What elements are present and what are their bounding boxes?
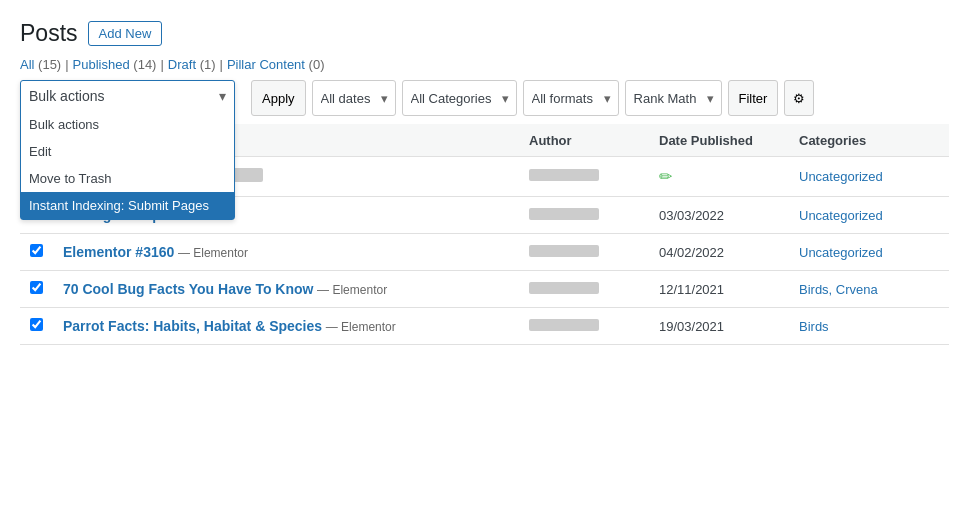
formats-filter-wrapper: All formats [523,80,619,116]
category-link[interactable]: Uncategorized [799,169,883,184]
sep3: | [220,57,223,72]
dates-select[interactable]: All dates [312,80,396,116]
row-date-cell: ✏ [649,157,789,197]
row-title-cell: Elementor #3160 — Elementor [53,234,519,271]
row-checkbox[interactable] [30,244,43,257]
dropdown-item-bulk[interactable]: Bulk actions [21,111,234,138]
post-subtitle: — Elementor [317,283,387,297]
row-categories-cell: Uncategorized [789,234,949,271]
post-status-filters: All (15) | Published (14) | Draft (1) | … [20,57,949,72]
post-subtitle: — Elementor [326,320,396,334]
filter-published-link[interactable]: Published [73,57,130,72]
filter-pillar[interactable]: Pillar Content (0) [227,57,325,72]
author-blurred [529,319,599,331]
row-author-cell [519,308,649,345]
post-title-link[interactable]: Elementor #3160 [63,244,174,260]
add-new-button[interactable]: Add New [88,21,163,46]
dropdown-item-instant-indexing[interactable]: Instant Indexing: Submit Pages [21,192,234,219]
col-date: Date Published [649,124,789,157]
category-link[interactable]: Uncategorized [799,245,883,260]
gear-button[interactable]: ⚙ [784,80,814,116]
post-subtitle: — Elementor [178,246,248,260]
row-categories-cell: Uncategorized [789,197,949,234]
row-checkbox[interactable] [30,318,43,331]
table-row: Elementor #3160 — Elementor 04/02/2022 U… [20,234,949,271]
edit-pencil-icon: ✏ [659,168,672,185]
draft-count: (1) [200,57,216,72]
row-date-cell: 04/02/2022 [649,234,789,271]
col-author: Author [519,124,649,157]
dropdown-item-edit[interactable]: Edit [21,138,234,165]
rank-math-select[interactable]: Rank Math [625,80,722,116]
filter-button[interactable]: Filter [728,80,779,116]
filter-all[interactable]: All (15) [20,57,61,72]
row-date-cell: 12/11/2021 [649,271,789,308]
row-checkbox[interactable] [30,281,43,294]
categories-filter-wrapper: All Categories [402,80,517,116]
formats-select[interactable]: All formats [523,80,619,116]
published-count: (14) [133,57,156,72]
dates-filter-wrapper: All dates [312,80,396,116]
row-title-cell: Parrot Facts: Habits, Habitat & Species … [53,308,519,345]
row-checkbox-cell [20,234,53,271]
row-date-cell: 19/03/2021 [649,308,789,345]
row-date-cell: 03/03/2022 [649,197,789,234]
post-title-link[interactable]: Parrot Facts: Habits, Habitat & Species [63,318,322,334]
category-link[interactable]: Birds [799,319,829,334]
category-link[interactable]: Birds, Crvena [799,282,878,297]
author-blurred [529,282,599,294]
category-link[interactable]: Uncategorized [799,208,883,223]
filter-draft-link[interactable]: Draft [168,57,196,72]
row-author-cell [519,197,649,234]
apply-button[interactable]: Apply [251,80,306,116]
categories-select[interactable]: All Categories [402,80,517,116]
dropdown-item-trash[interactable]: Move to Trash [21,165,234,192]
sep1: | [65,57,68,72]
filter-pillar-link[interactable]: Pillar Content [227,57,305,72]
row-checkbox-cell [20,271,53,308]
row-categories-cell: Uncategorized [789,157,949,197]
all-count: (15) [38,57,61,72]
bulk-actions-dropdown[interactable]: Bulk actions Bulk actions Edit Move to T… [20,80,235,220]
author-blurred [529,208,599,220]
tablenav: Bulk actions Bulk actions Edit Move to T… [20,80,949,116]
post-title-link[interactable]: 70 Cool Bug Facts You Have To Know [63,281,313,297]
row-author-cell [519,271,649,308]
rank-math-filter-wrapper: Rank Math [625,80,722,116]
filter-all-link[interactable]: All [20,57,34,72]
page-title: Posts [20,20,78,47]
row-author-cell [519,157,649,197]
bulk-actions-header[interactable]: Bulk actions [21,81,234,111]
table-row: Parrot Facts: Habits, Habitat & Species … [20,308,949,345]
gear-icon: ⚙ [793,91,805,106]
row-categories-cell: Birds, Crvena [789,271,949,308]
filter-draft[interactable]: Draft (1) [168,57,216,72]
col-categories: Categories [789,124,949,157]
table-row: 70 Cool Bug Facts You Have To Know — Ele… [20,271,949,308]
filter-published[interactable]: Published (14) [73,57,157,72]
sep2: | [160,57,163,72]
row-title-cell: 70 Cool Bug Facts You Have To Know — Ele… [53,271,519,308]
pillar-count: (0) [309,57,325,72]
row-checkbox-cell [20,308,53,345]
author-blurred [529,245,599,257]
author-blurred [529,169,599,181]
row-author-cell [519,234,649,271]
row-categories-cell: Birds [789,308,949,345]
